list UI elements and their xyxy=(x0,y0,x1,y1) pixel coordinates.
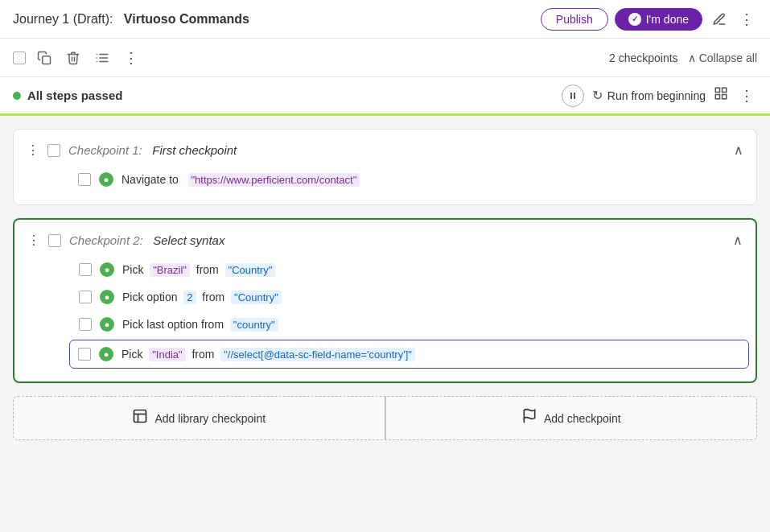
collapse-icon: ∧ xyxy=(688,52,696,64)
done-label: I'm done xyxy=(646,13,689,26)
checkpoints-count: 2 checkpoints xyxy=(609,52,678,64)
status-actions: ↻ Run from beginning ⋮ xyxy=(562,84,757,108)
checkpoint-2-header: ⋮ Checkpoint 2: Select syntax ∧ xyxy=(27,233,743,248)
step-4-text: Pick last option from "country" xyxy=(122,318,278,331)
checkpoint-2-drag-handle[interactable]: ⋮ xyxy=(27,233,40,248)
step-2-checkbox[interactable] xyxy=(79,263,92,276)
svg-rect-8 xyxy=(574,93,575,99)
step-row: ● Pick last option from "country" xyxy=(76,312,743,336)
run-icon: ↻ xyxy=(592,88,603,103)
checkpoint-1-checkbox[interactable] xyxy=(47,144,60,157)
add-checkpoint-row: Add library checkpoint Add checkpoint xyxy=(13,396,757,440)
toolbar-left: ⋮ xyxy=(13,46,142,70)
step-row: ● Pick option 2 from "Country" xyxy=(76,285,743,309)
run-from-beginning-button[interactable]: ↻ Run from beginning xyxy=(592,88,706,103)
add-library-label: Add library checkpoint xyxy=(154,412,266,425)
add-checkpoint-icon xyxy=(521,408,537,428)
checkpoint-1-title: Checkpoint 1: First checkpoint xyxy=(68,143,237,157)
step-row: ● Navigate to "https://www.perficient.co… xyxy=(75,167,743,192)
checkpoint-1-header: ⋮ Checkpoint 1: First checkpoint ∧ xyxy=(27,142,743,158)
journey-name: Virtuoso Commands xyxy=(124,12,249,26)
journey-draft-label: Journey 1 (Draft): xyxy=(13,12,113,26)
svg-rect-0 xyxy=(43,56,51,64)
svg-rect-11 xyxy=(715,95,719,99)
step-5-status-icon: ● xyxy=(99,347,113,361)
checkpoint-2-collapse-button[interactable]: ∧ xyxy=(733,233,743,248)
delete-icon-button[interactable] xyxy=(63,47,84,68)
add-library-icon xyxy=(132,408,148,428)
checkpoint-card-2: ⋮ Checkpoint 2: Select syntax ∧ ● Pick "… xyxy=(13,218,757,383)
step-2-text: Pick "Brazil" from "Country" xyxy=(122,263,275,276)
checkpoint-2-header-left: ⋮ Checkpoint 2: Select syntax xyxy=(27,233,224,248)
collapse-all-button[interactable]: ∧ Collapse all xyxy=(688,52,757,64)
svg-rect-12 xyxy=(723,95,727,99)
status-left: All steps passed xyxy=(13,89,122,102)
select-all-checkbox[interactable] xyxy=(13,52,26,64)
toolbar-more-button[interactable]: ⋮ xyxy=(121,46,142,70)
pencil-icon-button[interactable] xyxy=(709,9,730,30)
add-library-checkpoint-button[interactable]: Add library checkpoint xyxy=(14,397,385,439)
checkpoint-1-header-left: ⋮ Checkpoint 1: First checkpoint xyxy=(27,142,237,158)
step-1-checkbox[interactable] xyxy=(78,173,91,186)
copy-icon-button[interactable] xyxy=(34,47,55,68)
step-1-status-icon: ● xyxy=(99,172,113,187)
header-more-button[interactable]: ⋮ xyxy=(736,7,757,31)
pause-button[interactable] xyxy=(562,85,584,107)
status-dot xyxy=(13,92,21,100)
checkpoint-1-collapse-button[interactable]: ∧ xyxy=(734,142,743,158)
step-row: ● Pick "Brazil" from "Country" xyxy=(76,258,743,282)
status-more-button[interactable]: ⋮ xyxy=(736,84,757,108)
layout-button[interactable] xyxy=(714,86,728,105)
svg-rect-9 xyxy=(715,88,719,92)
step-row-active: ● Pick "India" from "//select[@data-sc-f… xyxy=(69,340,749,369)
checkpoint-2-title: Checkpoint 2: Select syntax xyxy=(69,233,224,247)
checkpoint-1-steps: ● Navigate to "https://www.perficient.co… xyxy=(27,167,743,192)
publish-button[interactable]: Publish xyxy=(541,8,608,31)
step-5-checkbox[interactable] xyxy=(78,348,91,361)
svg-rect-13 xyxy=(134,410,146,423)
step-1-text: Navigate to "https://www.perficient.com/… xyxy=(121,173,360,186)
checkpoint-2-checkbox[interactable] xyxy=(48,234,61,247)
step-3-checkbox[interactable] xyxy=(79,291,92,303)
header: Journey 1 (Draft): Virtuoso Commands Pub… xyxy=(0,0,770,39)
done-button[interactable]: ✓ I'm done xyxy=(615,8,702,31)
header-title: Journey 1 (Draft): Virtuoso Commands xyxy=(13,12,249,27)
add-checkpoint-label: Add checkpoint xyxy=(544,412,621,425)
add-checkpoint-button[interactable]: Add checkpoint xyxy=(386,397,757,439)
checkpoint-1-drag-handle[interactable]: ⋮ xyxy=(27,142,39,158)
collapse-label: Collapse all xyxy=(699,52,757,64)
step-4-status-icon: ● xyxy=(100,317,114,332)
step-4-checkbox[interactable] xyxy=(79,318,92,331)
toolbar: ⋮ 2 checkpoints ∧ Collapse all xyxy=(0,39,770,77)
step-3-text: Pick option 2 from "Country" xyxy=(122,291,282,303)
status-text: All steps passed xyxy=(27,89,122,102)
svg-rect-7 xyxy=(570,93,572,99)
svg-rect-10 xyxy=(723,88,727,92)
toolbar-right: 2 checkpoints ∧ Collapse all xyxy=(609,52,757,64)
checkpoint-2-steps: ● Pick "Brazil" from "Country" ● Pick op… xyxy=(27,258,743,369)
checkpoint-card-1: ⋮ Checkpoint 1: First checkpoint ∧ ● Nav… xyxy=(13,129,757,205)
header-actions: Publish ✓ I'm done ⋮ xyxy=(541,7,757,31)
done-check-icon: ✓ xyxy=(628,13,641,26)
move-icon-button[interactable] xyxy=(92,47,113,68)
run-label: Run from beginning xyxy=(607,89,706,102)
step-3-status-icon: ● xyxy=(100,290,114,304)
step-5-text: Pick "India" from "//select[@data-sc-fie… xyxy=(121,348,415,361)
status-bar: All steps passed ↻ Run from beginning ⋮ xyxy=(0,77,770,116)
step-2-status-icon: ● xyxy=(100,262,114,277)
main-content: ⋮ Checkpoint 1: First checkpoint ∧ ● Nav… xyxy=(0,116,770,453)
